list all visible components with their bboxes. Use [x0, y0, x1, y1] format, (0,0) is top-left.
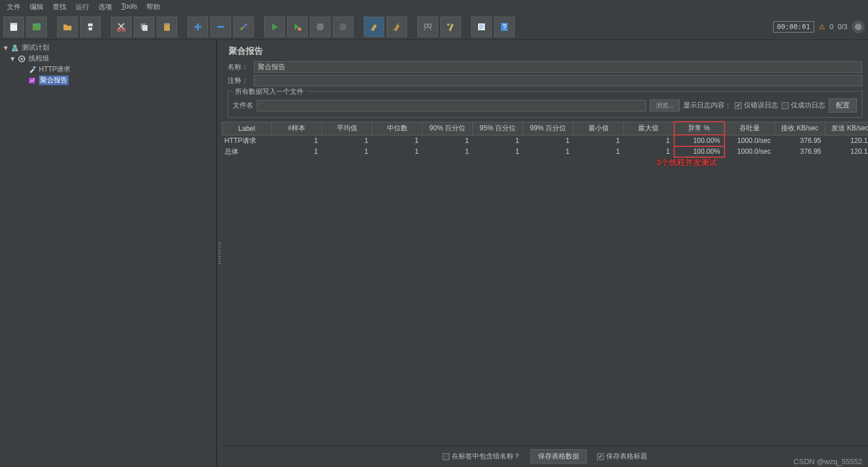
log-content-label: 显示日志内容： [683, 101, 731, 110]
collapse-icon[interactable] [210, 17, 231, 37]
menu-run[interactable]: 运行 [72, 1, 93, 13]
include-group-checkbox[interactable]: 在标签中包含组名称？ [443, 452, 520, 461]
svg-point-7 [118, 29, 121, 31]
results-table: Label #样本 平均值 中位数 90% 百分位 95% 百分位 99% 百分… [222, 121, 868, 158]
status-indicator-icon [852, 21, 865, 33]
page-title: 聚合报告 [222, 40, 868, 60]
only-success-checkbox[interactable]: 仅成功日志 [782, 101, 825, 110]
table-row[interactable]: HTTP请求 1 1 1 1 1 1 1 1 100.00% 1000.0/se… [222, 135, 869, 146]
svg-rect-5 [88, 23, 93, 26]
tree-aggregate-report[interactable]: 聚合报告 [1, 75, 215, 86]
splitter[interactable] [217, 40, 222, 467]
checkbox-icon [735, 102, 742, 109]
menu-options[interactable]: 选项 [95, 1, 116, 13]
flask-icon [10, 43, 19, 53]
menu-file[interactable]: 文件 [3, 1, 24, 13]
dropper-icon [27, 65, 37, 74]
svg-point-24 [21, 58, 23, 60]
paste-icon[interactable] [157, 17, 177, 37]
chart-icon [27, 76, 37, 85]
menu-find[interactable]: 查找 [49, 1, 70, 13]
watermark: CSDN @wzq_55552 [794, 457, 862, 466]
save-icon[interactable] [80, 17, 101, 37]
warning-icon[interactable]: ⚠ [819, 23, 825, 31]
th-p99[interactable]: 99% 百分位 [523, 122, 574, 135]
svg-rect-6 [89, 27, 92, 30]
function-helper-icon[interactable] [471, 17, 492, 37]
svg-point-25 [33, 66, 35, 69]
copy-icon[interactable] [134, 17, 154, 37]
search-icon[interactable] [417, 17, 438, 37]
svg-point-8 [122, 29, 125, 31]
toolbar: ? 00:00:01 ⚠ 0 0/3 [0, 14, 868, 40]
browse-button[interactable]: 浏览... [650, 99, 680, 111]
open-icon[interactable] [57, 17, 78, 37]
svg-point-17 [428, 24, 431, 27]
only-errors-checkbox[interactable]: 仅错误日志 [735, 101, 778, 110]
start-icon[interactable] [264, 17, 285, 37]
svg-point-18 [447, 23, 449, 26]
svg-point-13 [241, 27, 243, 30]
menubar: 文件 编辑 查找 运行 选项 Tools 帮助 [0, 0, 868, 14]
stop-icon[interactable] [310, 17, 331, 37]
name-label: 名称： [228, 62, 250, 72]
th-p90[interactable]: 90% 百分位 [423, 122, 473, 135]
svg-rect-1 [10, 23, 17, 25]
comment-label: 注释： [228, 76, 250, 86]
shutdown-icon[interactable] [333, 17, 353, 37]
filename-label: 文件名 [233, 101, 253, 110]
save-header-checkbox[interactable]: 保存表格标题 [597, 452, 647, 461]
timer: 00:00:01 [773, 21, 814, 33]
reset-search-icon[interactable] [440, 17, 461, 37]
tree-test-plan[interactable]: ▼ 测试计划 [1, 42, 215, 53]
file-output-fieldset: 所有数据写入一个文件 文件名 浏览... 显示日志内容： 仅错误日志 仅成功日志… [228, 91, 862, 118]
svg-rect-12 [165, 23, 169, 25]
content: 聚合报告 名称： 注释： 所有数据写入一个文件 文件名 浏览... 显示日志内容… [222, 40, 868, 467]
svg-rect-10 [142, 25, 148, 31]
help-icon[interactable]: ? [494, 17, 515, 37]
checkbox-icon [782, 102, 789, 109]
configure-button[interactable]: 配置 [829, 98, 857, 113]
th-recv[interactable]: 接收 KB/sec [775, 122, 825, 135]
checkbox-icon [443, 453, 449, 460]
clear-all-icon[interactable] [387, 17, 407, 37]
checkbox-icon [597, 453, 604, 460]
templates-icon[interactable] [26, 17, 47, 37]
annotation-text: 3个线程并发测试 [656, 158, 717, 168]
svg-point-15 [298, 27, 301, 31]
tree-http-request[interactable]: HTTP请求 [1, 64, 215, 75]
th-samples[interactable]: #样本 [272, 122, 322, 135]
tree-thread-group[interactable]: ▼ 线程组 [1, 53, 215, 64]
th-max[interactable]: 最大值 [624, 122, 674, 135]
th-median[interactable]: 中位数 [372, 122, 423, 135]
th-min[interactable]: 最小值 [574, 122, 624, 135]
new-icon[interactable] [3, 17, 24, 37]
bottom-bar: 在标签中包含组名称？ 保存表格数据 保存表格标题 [222, 445, 868, 467]
th-error[interactable]: 异常 % [674, 122, 724, 135]
expand-icon[interactable] [188, 17, 208, 37]
menu-tools[interactable]: Tools [118, 1, 141, 13]
clear-icon[interactable] [364, 17, 384, 37]
thread-count: 0/3 [838, 23, 847, 31]
name-input[interactable] [254, 61, 862, 73]
table-header-row: Label #样本 平均值 中位数 90% 百分位 95% 百分位 99% 百分… [222, 122, 869, 135]
th-label[interactable]: Label [222, 122, 272, 135]
save-table-data-button[interactable]: 保存表格数据 [531, 449, 587, 464]
th-send[interactable]: 发送 KB/sec [825, 122, 869, 135]
svg-text:?: ? [503, 23, 507, 31]
filename-input[interactable] [257, 100, 646, 111]
start-no-pause-icon[interactable] [287, 17, 308, 37]
th-throughput[interactable]: 吞吐量 [724, 122, 775, 135]
svg-point-14 [244, 24, 246, 26]
menu-help[interactable]: 帮助 [143, 1, 164, 13]
menu-edit[interactable]: 编辑 [26, 1, 47, 13]
comment-input[interactable] [254, 75, 862, 86]
toggle-icon[interactable] [233, 17, 254, 37]
th-p95[interactable]: 95% 百分位 [473, 122, 523, 135]
fieldset-legend: 所有数据写入一个文件 [233, 87, 306, 97]
th-avg[interactable]: 平均值 [322, 122, 372, 135]
table-row[interactable]: 总体 1 1 1 1 1 1 1 1 100.00% 1000.0/sec 37… [222, 146, 869, 157]
test-plan-tree[interactable]: ▼ 测试计划 ▼ 线程组 HTTP请求 聚合报告 [0, 40, 217, 467]
svg-point-3 [37, 23, 41, 26]
cut-icon[interactable] [111, 17, 132, 37]
